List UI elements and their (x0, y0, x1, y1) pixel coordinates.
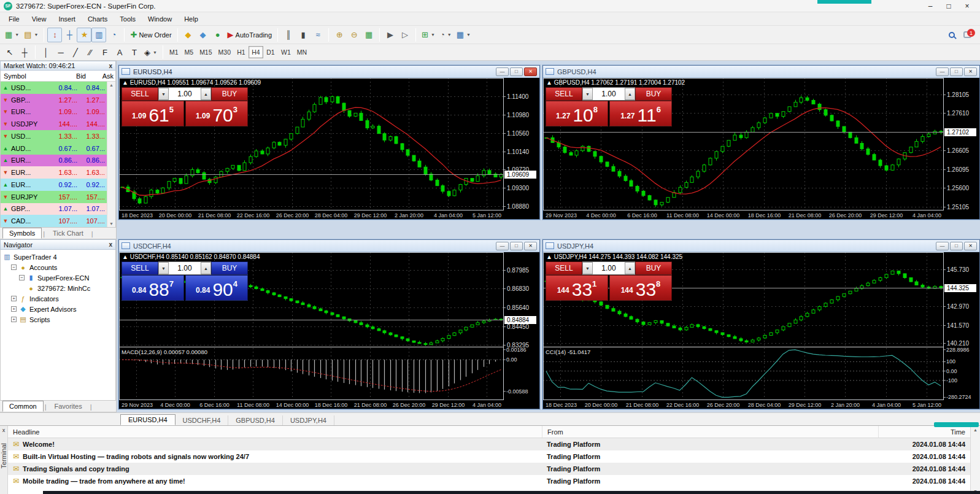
line-chart-mode-button[interactable]: ≈ (311, 28, 325, 42)
signals-button[interactable]: ● (210, 28, 225, 42)
navigator-button[interactable]: ★ (77, 28, 91, 42)
terminal-button[interactable]: ▥ (91, 28, 106, 42)
chart-close-button[interactable]: ✕ (964, 68, 977, 76)
chart-canvas-area[interactable]: 29 Nov 20234 Dec 00:006 Dec 16:0011 Dec … (119, 252, 539, 409)
buy-price[interactable]: 144338 (609, 275, 672, 301)
tree-item-indicators[interactable]: +ƒIndicators (1, 293, 115, 304)
tab-symbols[interactable]: Symbols (2, 228, 42, 239)
chart-window-titlebar[interactable]: GBPUSD,H4—□✕ (543, 66, 979, 78)
chart-tab-usdchf-h4[interactable]: USDCHF,H4 (176, 415, 229, 425)
chart-restore-button[interactable]: □ (510, 68, 523, 76)
minimize-button[interactable]: – (921, 2, 939, 10)
chart-restore-button[interactable]: □ (950, 68, 963, 76)
chart-canvas-area[interactable]: 29 Nov 20234 Dec 00:006 Dec 16:0011 Dec … (543, 78, 979, 219)
market-watch-row[interactable]: ▼GBP...1.27...1.27... (1, 94, 107, 106)
chart-shift-button[interactable]: ▷ (398, 28, 412, 42)
chart-restore-button[interactable]: □ (950, 242, 963, 250)
market-watch-row[interactable]: ▲EUR...0.86...0.86... (1, 155, 107, 167)
buy-price[interactable]: 0.84904 (185, 275, 248, 301)
close-button[interactable]: × (958, 2, 976, 10)
arrows-tool-button[interactable]: ◈▼ (142, 45, 160, 60)
terminal-close-icon[interactable]: x (2, 426, 6, 434)
market-watch-close-icon[interactable]: x (109, 63, 112, 69)
sell-price[interactable]: 144331 (546, 275, 608, 301)
timeframe-h4[interactable]: H4 (249, 46, 263, 58)
text-button[interactable]: A (112, 45, 127, 60)
timeframe-m15[interactable]: M15 (196, 46, 215, 58)
menu-insert[interactable]: Insert (52, 14, 82, 25)
new-order-button[interactable]: ✚New Order (128, 28, 174, 42)
chart-restore-button[interactable]: □ (510, 242, 523, 250)
volume-down-button[interactable]: ▼ (582, 88, 593, 100)
timeframe-m30[interactable]: M30 (215, 46, 234, 58)
chart-canvas-area[interactable]: 18 Dec 202320 Dec 00:0021 Dec 08:0022 De… (543, 252, 979, 409)
market-watch-row[interactable]: ▼CAD...107....107.... (1, 215, 107, 227)
chart-tab-gbpusd-h4[interactable]: GBPUSD,H4 (228, 415, 283, 425)
volume-down-button[interactable]: ▼ (158, 262, 169, 274)
data-window-button[interactable]: ┼ (62, 28, 77, 42)
notifications-icon[interactable]: 1 (963, 31, 971, 38)
autotrading-button[interactable]: ▶AutoTrading (225, 28, 275, 42)
timeframe-w1[interactable]: W1 (278, 46, 294, 58)
menu-tools[interactable]: Tools (114, 14, 142, 25)
buy-price[interactable]: 1.27116 (609, 101, 672, 126)
menu-file[interactable]: File (2, 14, 26, 25)
new-chart-button[interactable]: ▦▼ (2, 28, 21, 42)
buy-button[interactable]: BUY (635, 261, 672, 275)
text-label-button[interactable]: T (127, 45, 142, 60)
market-watch-row[interactable]: ▼EUR...1.09...1.09... (1, 106, 107, 118)
market-watch-row[interactable]: ▲GBP...1.07...1.07... (1, 203, 107, 215)
chart-canvas-area[interactable]: 18 Dec 202320 Dec 00:0021 Dec 08:0022 De… (119, 78, 539, 219)
tab-favorites[interactable]: Favorites (47, 401, 88, 412)
buy-button[interactable]: BUY (211, 261, 248, 275)
tab-common[interactable]: Common (2, 401, 44, 412)
mailbox-row[interactable]: ✉Built-in Virtual Hosting — trading robo… (8, 450, 970, 463)
vertical-line-button[interactable]: │ (39, 45, 53, 60)
chart-minimize-button[interactable]: — (936, 242, 949, 250)
templates-button[interactable]: ▦▼ (454, 28, 473, 42)
volume-up-button[interactable]: ▲ (201, 262, 211, 274)
chart-window-titlebar[interactable]: USDCHF,H4—□✕ (119, 240, 539, 252)
zoom-out-button[interactable]: ⊖ (347, 28, 361, 42)
timeframe-h1[interactable]: H1 (234, 46, 249, 58)
chart-minimize-button[interactable]: — (496, 242, 509, 250)
terminal-scrollbar[interactable]: ▲▼ (970, 426, 980, 494)
horizontal-line-button[interactable]: ─ (53, 45, 68, 60)
tab-tick-chart[interactable]: Tick Chart (46, 228, 90, 239)
cursor-button[interactable]: ↖ (2, 45, 17, 60)
volume-down-button[interactable]: ▼ (158, 88, 169, 100)
menu-view[interactable]: View (26, 14, 53, 25)
metaeditor-button[interactable]: ◆ (181, 28, 196, 42)
tree-item-supertrader-4[interactable]: ▥SuperTrader 4 (1, 252, 115, 262)
experts-button[interactable]: ◆ (196, 28, 210, 42)
strategy-tester-button[interactable]: ◔ (106, 28, 121, 42)
periods-button[interactable]: ◔▼ (438, 28, 454, 42)
bar-chart-mode-button[interactable]: ║ (281, 28, 296, 42)
buy-price[interactable]: 1.09703 (185, 101, 248, 126)
chart-minimize-button[interactable]: — (936, 68, 949, 76)
candlestick-mode-button[interactable]: ▮ (296, 28, 311, 42)
tree-item-3279672-minhcc[interactable]: ●3279672: MinhCc (1, 283, 115, 293)
maximize-button[interactable]: □ (939, 2, 958, 10)
zoom-in-button[interactable]: ⊕ (332, 28, 347, 42)
buy-button[interactable]: BUY (635, 87, 672, 101)
menu-window[interactable]: Window (142, 14, 178, 25)
mailbox-row[interactable]: ✉Welcome!Trading Platform2024.01.08 14:4… (8, 438, 970, 450)
timeframe-m1[interactable]: M1 (166, 46, 182, 58)
chart-close-button[interactable]: ✕ (524, 68, 537, 76)
trendline-button[interactable]: ╱ (68, 45, 83, 60)
menu-help[interactable]: Help (178, 14, 204, 25)
equidistant-channel-button[interactable]: ∕∕ (83, 45, 98, 60)
tree-item-scripts[interactable]: +▤Scripts (1, 314, 115, 325)
expand-icon[interactable]: + (11, 296, 17, 301)
tile-windows-button[interactable]: ▦ (361, 28, 376, 42)
auto-scroll-button[interactable]: ▶ (383, 28, 398, 42)
volume-down-button[interactable]: ▼ (582, 262, 593, 274)
menu-charts[interactable]: Charts (82, 14, 114, 25)
market-watch-row[interactable]: ▼EURJPY157....157.... (1, 191, 107, 203)
collapse-icon[interactable]: − (19, 275, 25, 280)
tree-item-expert-advisors[interactable]: +◆Expert Advisors (1, 304, 115, 314)
chart-minimize-button[interactable]: — (496, 68, 509, 76)
expand-icon[interactable]: + (11, 317, 17, 322)
chart-window-titlebar[interactable]: USDJPY,H4—□✕ (543, 240, 979, 252)
